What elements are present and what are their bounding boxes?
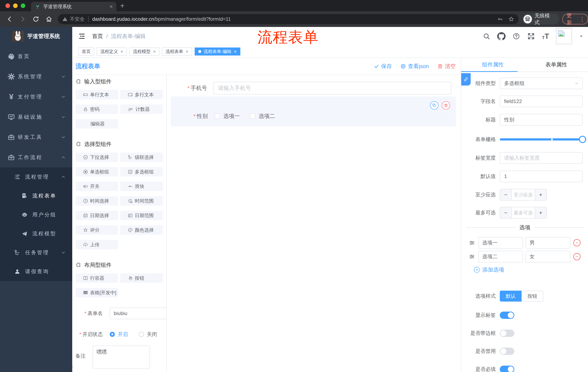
tag-close-icon[interactable]: × (120, 49, 123, 54)
stepper-minus-button[interactable]: − (500, 189, 511, 200)
palette-item-date-picker[interactable]: 日期选择 (75, 211, 118, 220)
tag-process-model[interactable]: 流程模型 × (129, 47, 159, 55)
palette-item-radio-group[interactable]: 单选框组 (75, 167, 118, 177)
tag-process-form[interactable]: 流程表单 × (162, 47, 192, 55)
phone-input[interactable] (213, 82, 451, 95)
status-on-label[interactable]: 开启 (118, 331, 128, 338)
view-json-button[interactable]: 查看json (400, 63, 429, 70)
home-icon[interactable] (45, 16, 52, 22)
sidebar-item-process-form[interactable]: 流程表单 (0, 186, 72, 205)
sidebar-logo[interactable]: 芋道管理系统 (0, 27, 72, 45)
option-value-input[interactable] (525, 251, 570, 262)
canvas-selected-gender-field[interactable]: *性别 选项一 选项二 (171, 96, 456, 127)
back-icon[interactable] (6, 16, 13, 22)
drag-handle-icon[interactable] (469, 254, 475, 260)
window-zoom-button[interactable] (21, 3, 25, 8)
browser-menu-kebab-icon[interactable]: ⋮ (579, 16, 585, 22)
palette-item-cascader[interactable]: 级联选择 (120, 152, 163, 162)
stepper-plus-button[interactable]: + (535, 207, 546, 218)
delete-component-button[interactable] (442, 101, 450, 110)
max-select-input[interactable] (511, 207, 535, 218)
resize-handle-icon[interactable] (72, 364, 74, 368)
save-button[interactable]: 保存 (374, 63, 392, 70)
required-toggle[interactable] (500, 366, 514, 372)
palette-item-rate[interactable]: 评分 (75, 225, 118, 235)
sidebar-item-payment[interactable]: ¥ 支付管理 (0, 87, 72, 107)
copy-component-button[interactable] (430, 101, 439, 110)
palette-item-time-range[interactable]: 时间范围 (120, 196, 163, 206)
style-default-button[interactable]: 默认 (500, 291, 522, 302)
window-close-button[interactable] (5, 3, 10, 8)
sidebar-item-workflow[interactable]: 工作流程 (0, 147, 72, 167)
tag-close-icon[interactable]: × (234, 49, 237, 54)
tab-close-icon[interactable]: × (110, 4, 113, 9)
bookmark-star-icon[interactable] (508, 16, 514, 22)
sidebar-item-task-management[interactable]: 任务管理 (0, 243, 72, 262)
search-icon[interactable] (483, 32, 490, 40)
style-button-button[interactable]: 按钮 (522, 291, 543, 302)
tag-home[interactable]: 首页 (78, 47, 94, 55)
window-minimize-button[interactable] (13, 3, 18, 8)
palette-item-date-range[interactable]: 日期范围 (120, 211, 163, 220)
tag-process-form-edit[interactable]: 流程表单-编辑 × (195, 47, 240, 55)
status-off-radio[interactable] (139, 332, 144, 337)
checkbox-icon[interactable] (215, 113, 220, 119)
form-remark-textarea[interactable]: 嘿嘿 (93, 346, 150, 369)
browser-update-button[interactable]: 更新 ⋮ (562, 14, 588, 24)
sidebar-item-devtools[interactable]: 研发工具 (0, 127, 72, 147)
component-type-select[interactable]: 多选框组 (500, 77, 583, 89)
palette-item-color-picker[interactable]: 颜色选择 (120, 225, 163, 235)
palette-item-table[interactable]: 表格[开发中] (75, 288, 118, 298)
canvas-phone-field[interactable]: *手机号 (167, 82, 461, 95)
palette-item-editor[interactable]: 编辑器 (75, 119, 118, 128)
browser-tab[interactable]: 芋道管理系统 × (31, 2, 116, 11)
palette-item-select[interactable]: 下拉选择 (75, 152, 118, 162)
new-tab-button[interactable]: + (120, 1, 125, 10)
fullscreen-icon[interactable] (527, 32, 535, 40)
palette-item-multi-line-text[interactable]: 多行文本 (120, 90, 163, 99)
font-size-icon[interactable]: TT (542, 32, 549, 40)
tag-process-definition[interactable]: 流程定义 × (97, 47, 127, 55)
gender-option-1[interactable]: 选项一 (215, 112, 240, 120)
tab-component-props[interactable]: 组件属性 (461, 58, 525, 72)
status-off-label[interactable]: 关闭 (147, 331, 157, 338)
tag-close-icon[interactable]: × (153, 49, 156, 54)
field-name-input[interactable] (500, 96, 583, 107)
palette-item-checkbox-group[interactable]: 多选框组 (120, 167, 163, 177)
form-grid-slider[interactable] (500, 134, 583, 145)
show-label-toggle[interactable] (500, 312, 514, 319)
palette-item-slider[interactable]: 滑块 (120, 182, 163, 191)
help-icon[interactable] (513, 32, 520, 40)
palette-item-time-picker[interactable]: 时间选择 (75, 196, 118, 206)
security-label[interactable]: 不安全 (70, 16, 84, 22)
avatar-caret-icon[interactable] (579, 34, 584, 39)
option-label-input[interactable] (478, 237, 523, 249)
palette-item-button[interactable]: 按钮 (120, 273, 163, 283)
sidebar-item-leave-query[interactable]: 请假查询 (0, 262, 72, 281)
clear-button[interactable]: 清空 (437, 63, 456, 70)
title-input[interactable] (500, 114, 583, 126)
password-key-icon[interactable] (497, 16, 503, 22)
stepper-plus-button[interactable]: + (535, 189, 546, 200)
gender-option-2[interactable]: 选项二 (250, 112, 275, 120)
palette-item-switch[interactable]: 开关 (75, 182, 118, 191)
palette-item-row-container[interactable]: 行容器 (75, 273, 118, 283)
sidebar-item-system[interactable]: 系统管理 (0, 66, 72, 87)
remove-option-button[interactable]: − (573, 239, 580, 246)
palette-item-counter[interactable]: 123 计数器 (120, 105, 163, 114)
forward-icon[interactable] (19, 16, 26, 22)
form-name-input[interactable] (110, 308, 167, 319)
min-select-input[interactable] (511, 189, 535, 200)
add-option-button[interactable]: + 添加选项 (474, 266, 504, 273)
palette-item-single-line-text[interactable]: 单行文本 (75, 90, 118, 99)
reload-icon[interactable] (32, 16, 39, 22)
slider-handle[interactable] (579, 136, 586, 143)
breadcrumb-home[interactable]: 首页 (92, 32, 103, 40)
drag-handle-icon[interactable] (469, 240, 475, 246)
option-label-input[interactable] (478, 251, 523, 262)
tag-close-icon[interactable]: × (186, 49, 188, 54)
slider-track[interactable] (500, 138, 583, 140)
checkbox-icon[interactable] (250, 113, 255, 119)
option-value-input[interactable] (525, 237, 570, 249)
menu-fold-icon[interactable] (78, 32, 85, 40)
